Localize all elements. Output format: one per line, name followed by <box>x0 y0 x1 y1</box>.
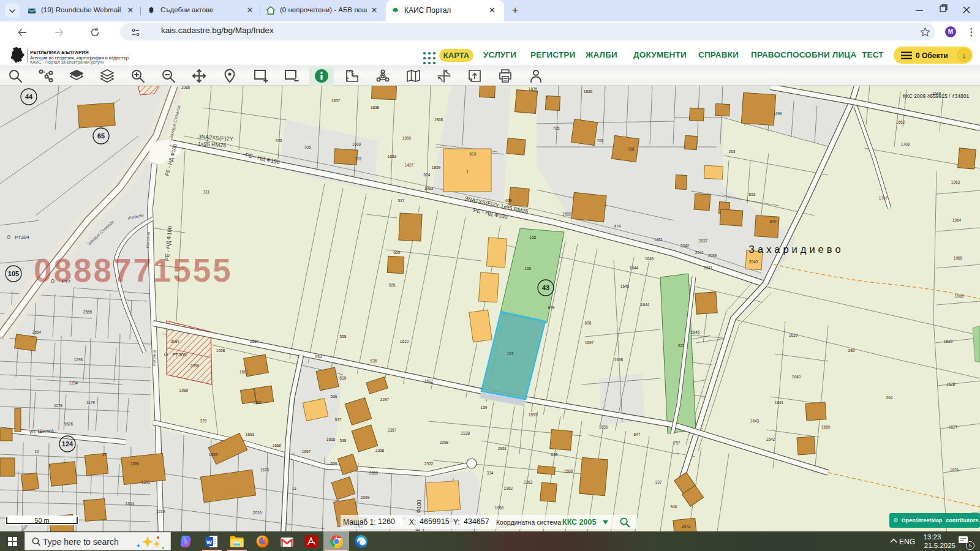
svg-text:Източна: Източна <box>152 350 157 366</box>
svg-text:705: 705 <box>597 138 604 143</box>
svg-text:155: 155 <box>530 235 537 239</box>
svg-text:625: 625 <box>394 250 401 255</box>
svg-text:757: 757 <box>674 441 680 445</box>
svg-text:468: 468 <box>505 198 512 203</box>
svg-text:2238: 2238 <box>461 431 470 435</box>
svg-text:706: 706 <box>304 145 311 149</box>
svg-text:286: 286 <box>848 348 855 353</box>
svg-text:1964: 1964 <box>952 218 962 222</box>
svg-text:1666: 1666 <box>273 443 282 448</box>
svg-text:1295: 1295 <box>74 358 83 362</box>
svg-text:536: 536 <box>331 394 337 399</box>
svg-text:499: 499 <box>775 111 782 116</box>
svg-text:1968: 1968 <box>495 506 504 510</box>
svg-text:527: 527 <box>398 198 405 203</box>
svg-text:1868: 1868 <box>434 118 443 122</box>
svg-text:2297: 2297 <box>380 397 390 402</box>
svg-text:636: 636 <box>371 359 377 363</box>
svg-text:1391: 1391 <box>141 480 151 484</box>
svg-text:2298: 2298 <box>440 440 449 444</box>
svg-text:2037: 2037 <box>699 239 708 243</box>
svg-text:ул. Шипка: ул. Шипка <box>29 427 54 435</box>
svg-text:337: 337 <box>655 480 662 484</box>
svg-text:124: 124 <box>62 440 74 448</box>
svg-text:2040: 2040 <box>749 260 758 264</box>
svg-text:13: 13 <box>292 486 296 490</box>
svg-text:0888771555: 0888771555 <box>34 252 233 288</box>
svg-text:1900: 1900 <box>402 136 412 140</box>
svg-text:9676: 9676 <box>64 422 74 426</box>
svg-text:1314: 1314 <box>126 501 135 506</box>
svg-text:1390: 1390 <box>130 462 140 466</box>
svg-text:РТ304: РТ304 <box>15 234 29 240</box>
svg-text:1642: 1642 <box>766 437 775 441</box>
svg-text:1294: 1294 <box>69 381 78 385</box>
svg-text:474: 474 <box>614 224 621 228</box>
svg-text:2090: 2090 <box>190 364 200 368</box>
svg-text:1838: 1838 <box>371 105 380 110</box>
svg-text:1837: 1837 <box>331 99 341 103</box>
svg-text:334: 334 <box>487 471 494 475</box>
svg-text:2358: 2358 <box>375 448 385 452</box>
svg-text:2654: 2654 <box>32 330 42 334</box>
svg-text:1652: 1652 <box>896 120 905 124</box>
svg-text:2555: 2555 <box>83 310 92 314</box>
svg-text:159: 159 <box>481 405 488 410</box>
svg-text:1646: 1646 <box>645 257 654 261</box>
svg-text:1083: 1083 <box>424 186 434 190</box>
svg-text:1593: 1593 <box>529 413 538 417</box>
svg-text:653: 653 <box>749 192 756 197</box>
svg-text:840: 840 <box>770 219 777 223</box>
svg-text:2089: 2089 <box>179 388 189 392</box>
svg-text:1641: 1641 <box>775 400 784 405</box>
svg-text:1683: 1683 <box>388 154 397 159</box>
svg-text:1708: 1708 <box>901 142 910 146</box>
svg-text:1667: 1667 <box>302 449 311 454</box>
svg-text:2359: 2359 <box>369 471 379 475</box>
svg-text:1662: 1662 <box>253 400 262 405</box>
svg-text:1859: 1859 <box>432 165 441 170</box>
svg-text:2362: 2362 <box>504 486 513 490</box>
svg-text:ККС 2009 4659915 / 434801: ККС 2009 4659915 / 434801 <box>903 93 969 99</box>
svg-text:534: 534 <box>315 354 322 359</box>
svg-text:Захаридиево: Захаридиево <box>748 244 844 255</box>
svg-text:1628: 1628 <box>946 382 956 386</box>
svg-text:1660: 1660 <box>250 339 259 343</box>
svg-text:44: 44 <box>25 93 33 100</box>
svg-text:2363: 2363 <box>524 480 533 484</box>
svg-text:535: 535 <box>340 376 347 380</box>
svg-text:1582: 1582 <box>562 212 571 216</box>
svg-text:1963: 1963 <box>951 180 960 184</box>
svg-text:157: 157 <box>507 351 514 356</box>
svg-text:2041: 2041 <box>704 266 713 270</box>
svg-text:2073: 2073 <box>682 524 691 528</box>
svg-text:1392: 1392 <box>209 452 218 457</box>
svg-text:263: 263 <box>729 149 736 154</box>
svg-text:1966: 1966 <box>955 294 964 298</box>
svg-text:1697: 1697 <box>585 340 594 345</box>
svg-text:322: 322 <box>678 343 685 348</box>
svg-text:647: 647 <box>634 432 641 437</box>
svg-text:2042: 2042 <box>680 244 690 248</box>
svg-text:1427: 1427 <box>405 163 414 167</box>
svg-text:1836: 1836 <box>584 89 593 94</box>
svg-text:2: 2 <box>545 96 548 100</box>
svg-text:1661: 1661 <box>239 370 249 374</box>
svg-text:W: W <box>206 539 212 545</box>
svg-text:1610: 1610 <box>400 339 409 343</box>
svg-text:706: 706 <box>628 147 635 151</box>
svg-text:705: 705 <box>553 126 560 130</box>
svg-text:1668: 1668 <box>326 437 336 441</box>
svg-text:1698: 1698 <box>614 358 624 362</box>
svg-text:1835: 1835 <box>529 87 538 91</box>
svg-text:1179: 1179 <box>86 400 95 405</box>
svg-text:1643: 1643 <box>750 419 760 423</box>
svg-text:1670: 1670 <box>260 468 270 472</box>
svg-text:646: 646 <box>551 452 558 457</box>
svg-text:РТ305: РТ305 <box>172 352 187 358</box>
svg-text:1629: 1629 <box>944 339 953 343</box>
svg-text:2039: 2039 <box>708 253 717 258</box>
svg-text:1644: 1644 <box>641 302 650 307</box>
svg-text:705: 705 <box>276 138 282 143</box>
svg-text:519: 519 <box>470 152 477 156</box>
